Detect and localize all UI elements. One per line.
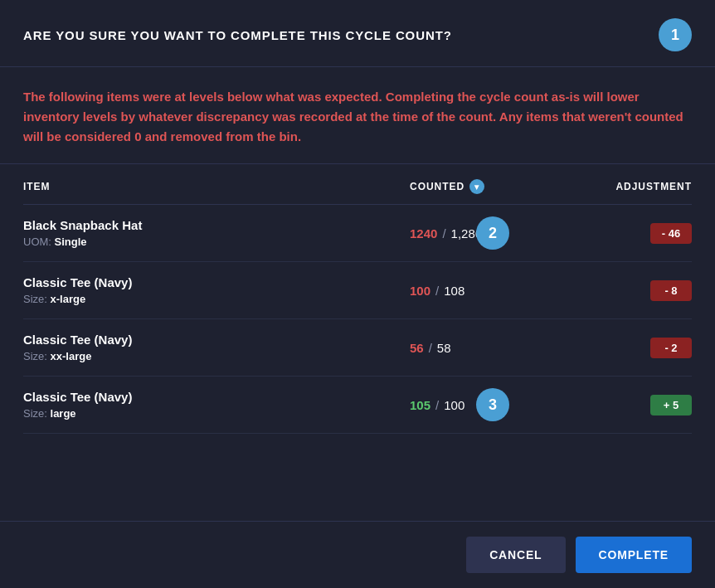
expected-value: 108 [444, 284, 465, 298]
step-badge-3: 3 [476, 388, 509, 421]
counted-value: 100 [410, 284, 430, 298]
row-adjustment: + 5 [576, 395, 692, 415]
table-row: Black Snapback Hat UOM: Single 2 1240 / … [23, 205, 692, 262]
step-badge-1: 1 [659, 18, 692, 51]
item-meta: UOM: Single [23, 236, 410, 248]
row-counted: 56 / 58 [410, 341, 576, 355]
item-name: Classic Tee (Navy) [23, 390, 410, 404]
warning-text: The following items were at levels below… [23, 87, 692, 147]
dialog-footer: CANCEL COMPLETE [0, 521, 715, 588]
expected-value: 58 [437, 341, 451, 355]
item-name: Black Snapback Hat [23, 218, 410, 232]
warning-section: The following items were at levels below… [0, 67, 715, 164]
row-item-info: Black Snapback Hat UOM: Single [23, 218, 410, 248]
table-rows-container: Black Snapback Hat UOM: Single 2 1240 / … [23, 205, 692, 434]
row-counted: 2 1240 / 1,286 [410, 226, 576, 241]
table-row: Classic Tee (Navy) Size: xx-large 56 / 5… [23, 319, 692, 377]
cycle-count-dialog: ARE YOU SURE YOU WANT TO COMPLETE THIS C… [0, 0, 715, 588]
row-adjustment: - 2 [576, 338, 692, 358]
row-item-info: Classic Tee (Navy) Size: xx-large [23, 333, 410, 362]
row-counted: 3 105 / 100 [410, 398, 576, 412]
row-item-info: Classic Tee (Navy) Size: large [23, 390, 410, 420]
row-adjustment: - 8 [576, 280, 692, 301]
table-row: Classic Tee (Navy) Size: large 3 105 / 1… [23, 377, 692, 434]
adjustment-badge: - 8 [650, 280, 692, 301]
col-header-item: ITEM [23, 181, 410, 192]
cancel-button[interactable]: CANCEL [466, 537, 565, 573]
row-item-info: Classic Tee (Navy) Size: x-large [23, 275, 410, 305]
item-meta: Size: x-large [23, 293, 410, 305]
sort-icon[interactable]: ▼ [469, 179, 484, 194]
step-badge-2: 2 [476, 216, 509, 250]
dialog-header: ARE YOU SURE YOU WANT TO COMPLETE THIS C… [0, 0, 715, 67]
expected-value: 100 [444, 398, 465, 412]
col-header-adjustment: ADJUSTMENT [576, 181, 692, 192]
counted-value: 105 [410, 398, 430, 412]
adjustment-badge: - 46 [650, 223, 692, 244]
item-meta: Size: large [23, 407, 410, 420]
col-header-counted: COUNTED ▼ [410, 179, 576, 194]
item-name: Classic Tee (Navy) [23, 333, 410, 347]
row-counted: 100 / 108 [410, 284, 576, 298]
complete-button[interactable]: COMPLETE [576, 537, 693, 573]
adjustment-badge: - 2 [650, 338, 692, 358]
items-table: ITEM COUNTED ▼ ADJUSTMENT Black Snapback… [0, 164, 715, 521]
row-adjustment: - 46 [576, 223, 692, 244]
adjustment-badge: + 5 [650, 395, 692, 415]
counted-value: 56 [410, 341, 424, 355]
counted-value: 1240 [410, 226, 437, 241]
table-header: ITEM COUNTED ▼ ADJUSTMENT [23, 164, 692, 205]
item-meta: Size: xx-large [23, 350, 410, 362]
item-name: Classic Tee (Navy) [23, 275, 410, 289]
dialog-title: ARE YOU SURE YOU WANT TO COMPLETE THIS C… [23, 28, 452, 42]
table-row: Classic Tee (Navy) Size: x-large 100 / 1… [23, 262, 692, 319]
